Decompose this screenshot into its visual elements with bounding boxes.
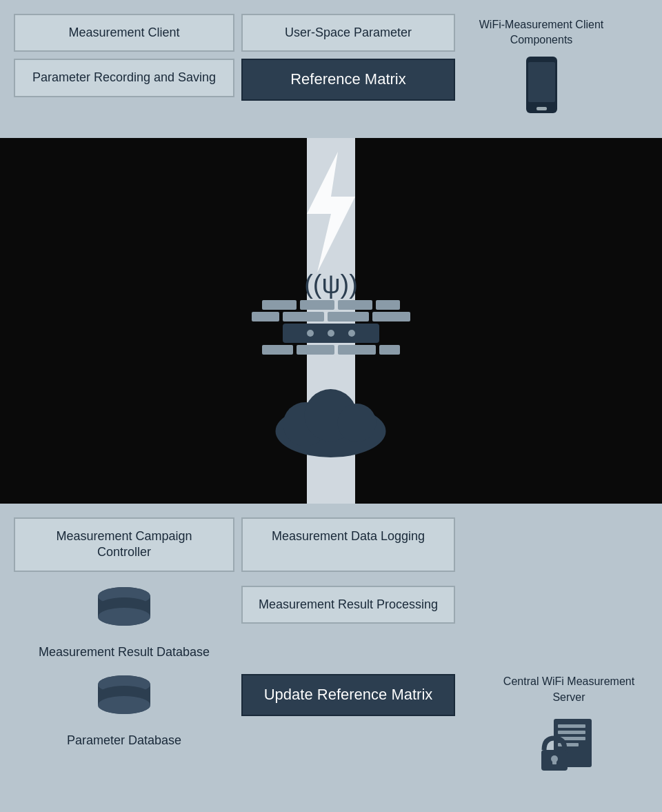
router-icon: ((ψ)) — [248, 262, 414, 366]
bottom-row3: Parameter Database Update Reference Matr… — [14, 674, 648, 781]
svg-rect-20 — [338, 345, 376, 355]
svg-rect-18 — [262, 345, 293, 355]
server-lock-icon — [534, 712, 603, 781]
svg-point-32 — [98, 608, 150, 626]
svg-rect-11 — [283, 312, 324, 321]
svg-point-15 — [307, 330, 314, 337]
reference-matrix-box: Reference Matrix — [241, 59, 455, 101]
middle-section: ((ψ)) — [0, 138, 662, 504]
bottom-row1: Measurement Campaign Controller Measurem… — [14, 517, 648, 572]
svg-point-39 — [98, 696, 150, 714]
router-container: ((ψ)) — [248, 262, 414, 368]
bottom-section: Measurement Campaign Controller Measurem… — [0, 504, 662, 812]
result-database-item: Measurement Result Database — [14, 586, 234, 660]
lightning-icon — [286, 152, 376, 273]
bottom-row2: Measurement Result Database Measurement … — [14, 586, 648, 660]
top-left-boxes: Measurement Client Parameter Recording a… — [14, 14, 234, 97]
phone-icon — [523, 55, 561, 117]
svg-rect-42 — [558, 731, 585, 734]
svg-rect-19 — [297, 345, 334, 355]
svg-point-25 — [338, 404, 377, 442]
svg-rect-6 — [262, 300, 297, 310]
measurement-client-box: Measurement Client — [14, 14, 234, 52]
update-reference-matrix-box: Update Reference Matrix — [241, 674, 455, 716]
top-middle-boxes: User-Space Parameter Reference Matrix — [241, 14, 455, 101]
svg-rect-9 — [376, 300, 400, 310]
svg-rect-3 — [536, 107, 547, 110]
svg-point-16 — [328, 330, 334, 337]
measurement-campaign-box: Measurement Campaign Controller — [14, 517, 234, 572]
svg-rect-12 — [328, 312, 369, 321]
svg-text:((ψ)): ((ψ)) — [304, 270, 358, 299]
svg-rect-47 — [552, 759, 556, 764]
svg-rect-41 — [558, 724, 585, 728]
bottom-right-label: Central WiFi Measurement Server — [490, 674, 648, 781]
measurement-data-logging-box: Measurement Data Logging — [241, 517, 455, 572]
cloud-icon — [268, 373, 395, 462]
user-space-parameter-box: User-Space Parameter — [241, 14, 455, 52]
svg-rect-8 — [338, 300, 372, 310]
parameter-database-item: Parameter Database — [14, 674, 234, 749]
svg-rect-10 — [252, 312, 279, 321]
svg-rect-2 — [528, 62, 555, 102]
top-section: Measurement Client Parameter Recording a… — [0, 0, 662, 138]
parameter-recording-box: Parameter Recording and Saving — [14, 59, 234, 97]
lightning-container — [286, 152, 376, 275]
svg-rect-21 — [379, 345, 400, 355]
svg-rect-7 — [300, 300, 334, 310]
database2-icon — [95, 674, 154, 726]
database1-icon — [95, 586, 154, 637]
top-right-label: WiFi-Measurement Client Components — [462, 14, 621, 117]
svg-marker-4 — [307, 152, 355, 273]
svg-rect-13 — [372, 312, 410, 321]
svg-point-17 — [348, 330, 355, 337]
measurement-result-processing-box: Measurement Result Processing — [241, 586, 455, 624]
cloud-container — [268, 373, 395, 465]
